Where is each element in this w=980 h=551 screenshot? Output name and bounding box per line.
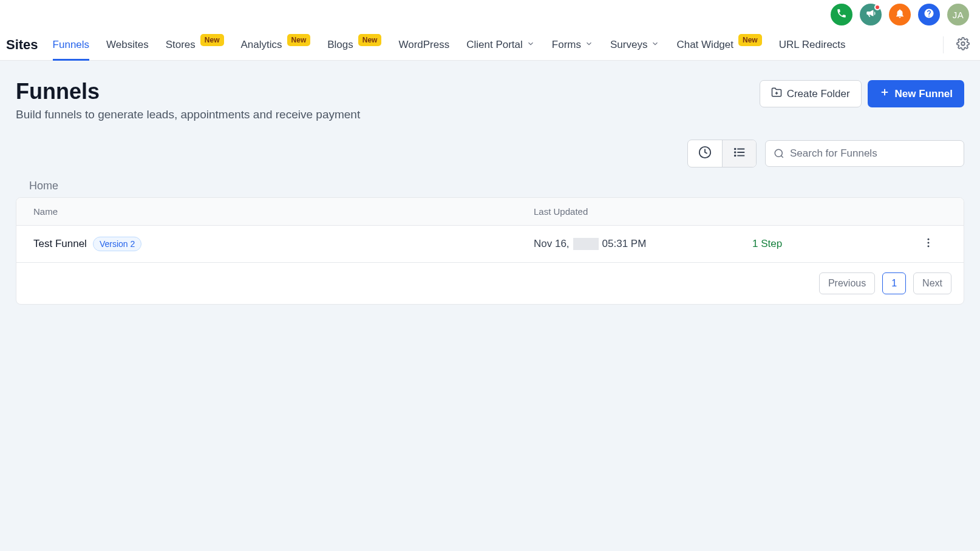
folder-plus-icon bbox=[771, 87, 782, 101]
nav-wordpress[interactable]: WordPress bbox=[398, 29, 449, 61]
svg-point-16 bbox=[928, 245, 930, 247]
nav-forms[interactable]: Forms bbox=[552, 29, 593, 61]
list-icon bbox=[733, 146, 746, 161]
recent-view-button[interactable] bbox=[688, 140, 722, 167]
page-header: Funnels Build funnels to generate leads,… bbox=[16, 79, 964, 121]
redacted-year bbox=[573, 238, 599, 250]
page-title: Funnels bbox=[16, 79, 360, 104]
phone-button[interactable] bbox=[831, 4, 852, 25]
svg-point-10 bbox=[734, 152, 735, 153]
nav-label: Analytics bbox=[241, 39, 282, 51]
clock-icon bbox=[698, 146, 712, 161]
col-name: Name bbox=[33, 206, 534, 217]
svg-point-12 bbox=[775, 149, 782, 157]
chevron-down-icon bbox=[651, 39, 659, 51]
megaphone-icon bbox=[865, 8, 876, 21]
svg-line-13 bbox=[781, 155, 783, 157]
question-icon bbox=[924, 8, 934, 21]
row-name-cell: Test Funnel Version 2 bbox=[33, 237, 534, 251]
version-badge: Version 2 bbox=[93, 237, 141, 251]
navbar: Sites Funnels Websites Stores New Analyt… bbox=[0, 29, 980, 61]
nav-divider bbox=[943, 36, 944, 53]
notifications-button[interactable] bbox=[889, 4, 911, 25]
avatar-initials: JA bbox=[953, 10, 964, 20]
nav-label: Surveys bbox=[610, 39, 647, 51]
nav-items: Funnels Websites Stores New Analytics Ne… bbox=[53, 29, 934, 61]
main-content: Funnels Build funnels to generate leads,… bbox=[0, 61, 980, 551]
funnel-name: Test Funnel bbox=[33, 238, 87, 250]
button-label: New Funnel bbox=[895, 88, 953, 100]
row-steps-cell: 1 Step bbox=[752, 238, 910, 250]
breadcrumb-home: Home bbox=[29, 180, 58, 192]
page-subtitle: Build funnels to generate leads, appoint… bbox=[16, 108, 360, 121]
phone-icon bbox=[836, 8, 847, 21]
row-actions-button[interactable] bbox=[910, 237, 947, 251]
new-badge: New bbox=[287, 34, 311, 46]
button-label: Create Folder bbox=[787, 88, 850, 100]
notification-dot-icon bbox=[874, 4, 880, 10]
nav-analytics[interactable]: Analytics New bbox=[241, 29, 311, 61]
search-wrap bbox=[765, 140, 964, 167]
toolbar bbox=[16, 140, 964, 167]
nav-label: Chat Widget bbox=[676, 39, 733, 51]
page-number[interactable]: 1 bbox=[882, 272, 906, 294]
svg-point-11 bbox=[734, 155, 735, 157]
table-row[interactable]: Test Funnel Version 2 Nov 16, 05:31 PM 1… bbox=[16, 226, 964, 263]
nav-url-redirects[interactable]: URL Redirects bbox=[779, 29, 846, 61]
nav-label: Client Portal bbox=[466, 39, 523, 51]
list-view-button[interactable] bbox=[722, 140, 756, 167]
nav-label: Stores bbox=[166, 39, 196, 51]
topbar: JA bbox=[0, 0, 980, 29]
chevron-down-icon bbox=[585, 39, 593, 51]
nav-websites[interactable]: Websites bbox=[106, 29, 149, 61]
search-input[interactable] bbox=[765, 140, 964, 167]
pagination: Previous 1 Next bbox=[16, 263, 964, 304]
nav-label: Funnels bbox=[53, 39, 89, 51]
nav-blogs[interactable]: Blogs New bbox=[327, 29, 381, 61]
prev-page-button[interactable]: Previous bbox=[819, 272, 875, 294]
avatar[interactable]: JA bbox=[947, 4, 969, 25]
brand: Sites bbox=[6, 37, 38, 53]
funnels-table: Name Last Updated Test Funnel Version 2 … bbox=[16, 197, 964, 305]
nav-label: Forms bbox=[552, 39, 581, 51]
new-badge: New bbox=[200, 34, 224, 46]
svg-point-14 bbox=[928, 238, 930, 240]
col-updated: Last Updated bbox=[534, 206, 752, 217]
new-funnel-button[interactable]: New Funnel bbox=[868, 80, 964, 107]
svg-point-15 bbox=[928, 242, 930, 244]
nav-client-portal[interactable]: Client Portal bbox=[466, 29, 535, 61]
bell-icon bbox=[894, 8, 905, 21]
svg-point-9 bbox=[734, 149, 735, 150]
nav-label: Websites bbox=[106, 39, 149, 51]
table-header: Name Last Updated bbox=[16, 198, 964, 226]
nav-label: WordPress bbox=[398, 39, 449, 51]
settings-button[interactable] bbox=[952, 34, 974, 56]
new-badge: New bbox=[358, 34, 382, 46]
help-button[interactable] bbox=[918, 4, 940, 25]
time: 05:31 PM bbox=[602, 238, 647, 250]
nav-surveys[interactable]: Surveys bbox=[610, 29, 659, 61]
nav-funnels[interactable]: Funnels bbox=[53, 29, 89, 61]
date-prefix: Nov 16, bbox=[534, 238, 570, 250]
new-badge: New bbox=[738, 34, 762, 46]
svg-point-0 bbox=[961, 42, 965, 46]
next-page-button[interactable]: Next bbox=[913, 272, 951, 294]
announcements-button[interactable] bbox=[860, 4, 882, 25]
create-folder-button[interactable]: Create Folder bbox=[760, 80, 862, 107]
col-steps bbox=[752, 206, 910, 217]
col-actions bbox=[910, 206, 947, 217]
more-vertical-icon bbox=[922, 237, 934, 251]
gear-icon bbox=[956, 37, 970, 53]
nav-label: URL Redirects bbox=[779, 39, 846, 51]
row-date-cell: Nov 16, 05:31 PM bbox=[534, 238, 752, 250]
breadcrumb[interactable]: Home bbox=[29, 180, 964, 192]
nav-chat-widget[interactable]: Chat Widget New bbox=[676, 29, 761, 61]
view-toggle bbox=[687, 140, 757, 167]
page-heading: Funnels Build funnels to generate leads,… bbox=[16, 79, 360, 121]
header-actions: Create Folder New Funnel bbox=[760, 80, 964, 107]
nav-label: Blogs bbox=[327, 39, 353, 51]
nav-stores[interactable]: Stores New bbox=[166, 29, 224, 61]
plus-icon bbox=[879, 87, 890, 101]
chevron-down-icon bbox=[526, 39, 535, 51]
